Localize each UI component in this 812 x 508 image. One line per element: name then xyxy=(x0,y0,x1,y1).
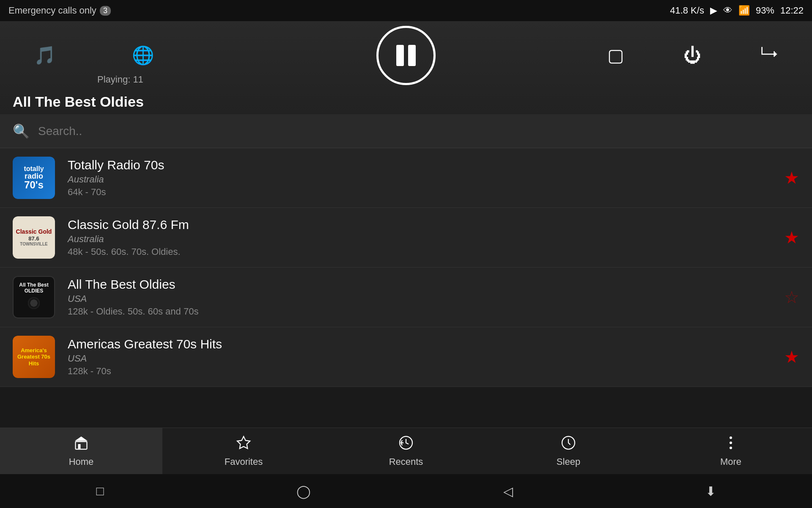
station-name: Americas Greatest 70s Hits xyxy=(68,337,771,351)
nav-sleep-label: Sleep xyxy=(557,456,580,467)
svg-rect-1 xyxy=(78,444,81,449)
android-navigation-bar: □ ◯ ◁ ⬇ xyxy=(0,474,812,508)
nav-home-label: Home xyxy=(69,456,94,467)
station-info: Totally Radio 70s Australia 64k - 70s xyxy=(68,158,771,198)
pause-symbol xyxy=(396,45,416,66)
playing-label: Playing: 11 xyxy=(97,74,143,85)
android-home-button[interactable]: ◯ xyxy=(296,484,311,499)
wifi-icon: 📶 xyxy=(738,5,750,16)
search-input[interactable] xyxy=(38,124,799,138)
station-item[interactable]: Classic Gold 87.6 TOWNSVILLE Classic Gol… xyxy=(0,208,812,268)
network-speed: 41.8 K/s xyxy=(670,5,704,16)
station-info: Classic Gold 87.6 Fm Australia 48k - 50s… xyxy=(68,218,771,257)
android-back-button[interactable]: ◁ xyxy=(503,484,513,499)
stop-icon[interactable]: ▢ xyxy=(607,45,624,66)
android-download-button[interactable]: ⬇ xyxy=(705,484,716,499)
nav-favorites[interactable]: Favorites xyxy=(162,428,325,474)
share-icon[interactable]: ⮡ xyxy=(760,45,778,66)
station-country: Australia xyxy=(68,174,771,185)
globe-icon: 🌐 xyxy=(132,45,154,66)
svg-marker-2 xyxy=(237,436,250,449)
eye-icon: 👁 xyxy=(723,5,732,16)
music-icon: 🎵 xyxy=(34,45,56,66)
nav-more-label: More xyxy=(720,456,741,467)
nav-sleep[interactable]: Sleep xyxy=(487,428,650,474)
station-item[interactable]: All The Best OLDIES All The Best Oldies … xyxy=(0,268,812,327)
favorite-star[interactable]: ☆ xyxy=(784,287,799,307)
svg-point-7 xyxy=(730,447,732,449)
left-controls: 🎵 🌐 xyxy=(34,45,154,66)
station-meta: 128k - Oldies. 50s. 60s and 70s xyxy=(68,306,771,317)
favorite-star[interactable]: ★ xyxy=(784,228,799,247)
nav-home[interactable]: Home xyxy=(0,428,162,474)
svg-point-5 xyxy=(730,436,732,439)
now-playing-title: All The Best Oldies xyxy=(0,89,812,114)
svg-rect-0 xyxy=(76,442,87,449)
station-logo-totally70s: totally radio 70's xyxy=(13,157,55,199)
search-bar: 🔍 xyxy=(0,114,812,148)
station-meta: 64k - 70s xyxy=(68,187,771,198)
bottom-navigation: Home Favorites Recents Sleep xyxy=(0,428,812,474)
station-item[interactable]: America's Greatest 70s Hits Americas Gre… xyxy=(0,327,812,387)
station-name: Classic Gold 87.6 Fm xyxy=(68,218,771,232)
station-country: USA xyxy=(68,293,771,304)
station-country: Australia xyxy=(68,234,771,245)
station-meta: 48k - 50s. 60s. 70s. Oldies. xyxy=(68,246,771,257)
search-icon: 🔍 xyxy=(13,123,30,139)
nav-favorites-label: Favorites xyxy=(225,456,263,467)
station-country: USA xyxy=(68,353,771,364)
pause-bar-right xyxy=(408,45,416,66)
favorite-star[interactable]: ★ xyxy=(784,347,799,367)
status-bar: Emergency calls only 3 41.8 K/s ▶ 👁 📶 93… xyxy=(0,0,812,21)
record-icon xyxy=(25,295,42,312)
battery-level: 93% xyxy=(756,5,774,16)
player-header: 🎵 🌐 ▢ ⏻ ⮡ Playing: 11 All The Best Oldie… xyxy=(0,21,812,114)
station-info: All The Best Oldies USA 128k - Oldies. 5… xyxy=(68,277,771,317)
svg-point-6 xyxy=(730,442,732,444)
status-indicators: 41.8 K/s ▶ 👁 📶 93% 12:22 xyxy=(670,5,804,16)
pause-button[interactable] xyxy=(376,26,436,85)
station-list: totally radio 70's Totally Radio 70s Aus… xyxy=(0,148,812,387)
station-logo-classicgold: Classic Gold 87.6 TOWNSVILLE xyxy=(13,216,55,259)
bluetooth-icon: ▶ xyxy=(710,5,717,16)
home-icon xyxy=(74,435,89,454)
station-logo-americas: America's Greatest 70s Hits xyxy=(13,336,55,378)
station-item[interactable]: totally radio 70's Totally Radio 70s Aus… xyxy=(0,148,812,208)
station-name: All The Best Oldies xyxy=(68,277,771,292)
nav-more[interactable]: More xyxy=(650,428,812,474)
power-icon[interactable]: ⏻ xyxy=(683,45,701,66)
station-name: Totally Radio 70s xyxy=(68,158,771,172)
recents-icon xyxy=(398,435,414,454)
station-meta: 128k - 70s xyxy=(68,366,771,377)
pause-bar-left xyxy=(396,45,404,66)
emergency-status: Emergency calls only 3 xyxy=(8,5,111,16)
favorite-star[interactable]: ★ xyxy=(784,168,799,188)
sleep-icon xyxy=(561,435,576,454)
clock: 12:22 xyxy=(780,5,804,16)
favorites-icon xyxy=(236,435,251,454)
more-icon xyxy=(729,435,733,454)
nav-recents-label: Recents xyxy=(389,456,423,467)
android-recents-button[interactable]: □ xyxy=(96,484,104,498)
notification-badge: 3 xyxy=(100,6,111,16)
right-controls: ▢ ⏻ ⮡ xyxy=(607,45,778,66)
station-logo-allbestoldies: All The Best OLDIES xyxy=(13,276,55,318)
emergency-text: Emergency calls only xyxy=(8,5,96,16)
nav-recents[interactable]: Recents xyxy=(325,428,487,474)
player-controls: 🎵 🌐 ▢ ⏻ ⮡ Playing: 11 xyxy=(0,22,812,89)
station-info: Americas Greatest 70s Hits USA 128k - 70… xyxy=(68,337,771,377)
